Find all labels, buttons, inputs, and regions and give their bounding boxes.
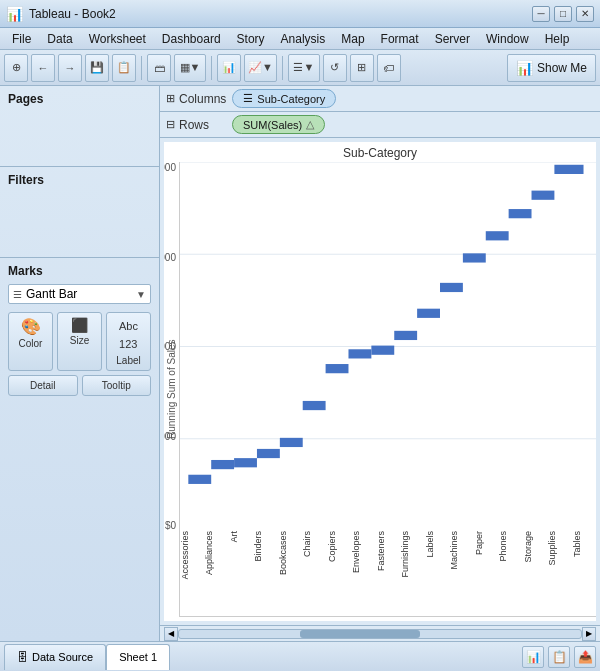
marks-buttons: 🎨 Color ⬛ Size Abc123 Label	[8, 312, 151, 371]
menu-file[interactable]: File	[4, 30, 39, 48]
filters-content	[8, 191, 151, 251]
x-label-furnishings: Furnishings	[400, 531, 424, 578]
toolbar-sep-3	[282, 56, 283, 80]
menu-format[interactable]: Format	[373, 30, 427, 48]
save-button[interactable]: 💾	[85, 54, 109, 82]
bottom-bar: 🗄 Data Source Sheet 1 📊 📋 📤	[0, 641, 600, 671]
new-dashboard-button[interactable]: 📋	[548, 646, 570, 668]
x-label-envelopes: Envelopes	[351, 531, 375, 573]
x-label-storage: Storage	[523, 531, 547, 563]
toolbar-sep-2	[211, 56, 212, 80]
marks-btn-row2: Detail Tooltip	[8, 375, 151, 396]
scrollbar-track[interactable]	[178, 629, 582, 639]
menu-bar: File Data Worksheet Dashboard Story Anal…	[0, 28, 600, 50]
x-label-accessories: Accessories	[180, 531, 204, 580]
size-button[interactable]: ⬛ Size	[57, 312, 102, 371]
chart-opt-button[interactable]: 📈▼	[244, 54, 277, 82]
marks-label: Marks	[8, 264, 151, 278]
filter-button[interactable]: ☰▼	[288, 54, 320, 82]
columns-text: Columns	[179, 92, 226, 106]
main-content: Pages Filters Marks ☰ Gantt Bar ▼ 🎨 Colo…	[0, 86, 600, 641]
show-me-icon: 📊	[516, 60, 533, 76]
menu-story[interactable]: Story	[229, 30, 273, 48]
label-icon: Abc123	[119, 317, 138, 353]
back-button[interactable]: ←	[31, 54, 55, 82]
marks-type-label: Gantt Bar	[26, 287, 136, 301]
menu-help[interactable]: Help	[537, 30, 578, 48]
data-source-icon: 🗄	[17, 651, 28, 663]
show-me-label: Show Me	[537, 61, 587, 75]
marks-dropdown-arrow: ▼	[136, 289, 146, 300]
x-label-chairs: Chairs	[302, 531, 326, 557]
menu-window[interactable]: Window	[478, 30, 537, 48]
tooltip-label: Tooltip	[102, 380, 131, 391]
x-label-copiers: Copiers	[327, 531, 351, 562]
columns-pill-text: Sub-Category	[257, 93, 325, 105]
bottom-actions: 📊 📋 📤	[522, 646, 596, 668]
menu-server[interactable]: Server	[427, 30, 478, 48]
scrollbar-thumb[interactable]	[300, 630, 421, 638]
filters-section: Filters	[0, 167, 159, 258]
x-label-fasteners: Fasteners	[376, 531, 400, 571]
left-panel: Pages Filters Marks ☰ Gantt Bar ▼ 🎨 Colo…	[0, 86, 160, 641]
copy-button[interactable]: 📋	[112, 54, 136, 82]
connect-button[interactable]: ▦▼	[174, 54, 206, 82]
chart-title: Sub-Category	[164, 142, 596, 162]
title-bar: 📊 Tableau - Book2 ─ □ ✕	[0, 0, 600, 28]
rows-pill-text: SUM(Sales)	[243, 119, 302, 131]
data-source-label: Data Source	[32, 651, 93, 663]
menu-dashboard[interactable]: Dashboard	[154, 30, 229, 48]
maximize-button[interactable]: □	[554, 6, 572, 22]
refresh-button[interactable]: ↺	[323, 54, 347, 82]
rows-pill[interactable]: SUM(Sales) △	[232, 115, 325, 134]
x-label-tables: Tables	[572, 531, 596, 557]
menu-worksheet[interactable]: Worksheet	[81, 30, 154, 48]
chart-svg	[180, 162, 596, 531]
minimize-button[interactable]: ─	[532, 6, 550, 22]
label-button[interactable]: Abc123 Label	[106, 312, 151, 371]
x-label-labels: Labels	[425, 531, 449, 558]
columns-label: ⊞ Columns	[166, 92, 226, 106]
new-worksheet-button[interactable]: 📊	[522, 646, 544, 668]
tooltip-button[interactable]: Tooltip	[82, 375, 152, 396]
rows-grid-icon: ⊟	[166, 118, 175, 131]
group-button[interactable]: ⊞	[350, 54, 374, 82]
columns-grid-icon: ⊞	[166, 92, 175, 105]
menu-data[interactable]: Data	[39, 30, 80, 48]
menu-map[interactable]: Map	[333, 30, 372, 48]
rows-shelf: ⊟ Rows SUM(Sales) △	[160, 112, 600, 138]
chart-type-button[interactable]: 📊	[217, 54, 241, 82]
tab-sheet1[interactable]: Sheet 1	[106, 644, 170, 670]
color-label: Color	[19, 338, 43, 349]
chart-area: Sub-Category Running Sum of Sales $0 $50…	[164, 142, 596, 621]
chart-inner: Running Sum of Sales $0 $500,000 $1,000,…	[164, 162, 596, 617]
pages-section: Pages	[0, 86, 159, 167]
filters-label: Filters	[8, 173, 151, 187]
new-story-button[interactable]: 📤	[574, 646, 596, 668]
scroll-right-button[interactable]: ▶	[582, 627, 596, 641]
pages-label: Pages	[8, 92, 151, 106]
forward-button[interactable]: →	[58, 54, 82, 82]
x-label-art: Art	[229, 531, 253, 543]
new-button[interactable]: ⊕	[4, 54, 28, 82]
x-label-binders: Binders	[253, 531, 277, 562]
x-label-bookcases: Bookcases	[278, 531, 302, 575]
chart-plot: $0 $500,000 $1,000,000 $1,500,000 $2,000…	[179, 162, 596, 617]
columns-pill[interactable]: ☰ Sub-Category	[232, 89, 336, 108]
app-icon: 📊	[6, 6, 23, 22]
color-button[interactable]: 🎨 Color	[8, 312, 53, 371]
close-button[interactable]: ✕	[576, 6, 594, 22]
marks-dropdown[interactable]: ☰ Gantt Bar ▼	[8, 284, 151, 304]
window-controls: ─ □ ✕	[532, 6, 594, 22]
columns-shelf: ⊞ Columns ☰ Sub-Category	[160, 86, 600, 112]
toolbar: ⊕ ← → 💾 📋 🗃 ▦▼ 📊 📈▼ ☰▼ ↺ ⊞ 🏷 📊 Show Me	[0, 50, 600, 86]
tab-data-source[interactable]: 🗄 Data Source	[4, 644, 106, 670]
detail-button[interactable]: Detail	[8, 375, 78, 396]
label-button[interactable]: 🏷	[377, 54, 401, 82]
show-me-button[interactable]: 📊 Show Me	[507, 54, 596, 82]
rows-label: ⊟ Rows	[166, 118, 226, 132]
menu-analysis[interactable]: Analysis	[273, 30, 334, 48]
scroll-left-button[interactable]: ◀	[164, 627, 178, 641]
datasource-button[interactable]: 🗃	[147, 54, 171, 82]
x-label-phones: Phones	[498, 531, 522, 562]
